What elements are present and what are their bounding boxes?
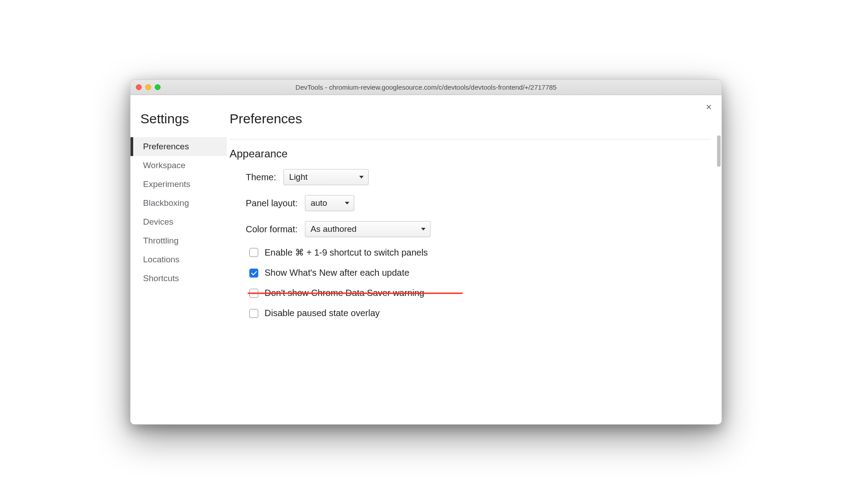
check-label: Enable ⌘ + 1-9 shortcut to switch panels <box>265 247 428 258</box>
sidebar: Settings Preferences Workspace Experimen… <box>130 95 227 424</box>
sidebar-item-experiments[interactable]: Experiments <box>130 175 227 194</box>
sidebar-item-blackboxing[interactable]: Blackboxing <box>130 194 227 213</box>
color-format-select[interactable]: As authored <box>305 221 430 237</box>
color-format-label: Color format: <box>246 224 298 235</box>
checkbox-checked-icon[interactable] <box>249 269 258 278</box>
color-format-value: As authored <box>311 224 356 234</box>
minimize-window[interactable] <box>145 84 151 90</box>
panel-layout-select[interactable]: auto <box>305 195 354 211</box>
window: DevTools - chromium-review.googlesource.… <box>130 79 722 425</box>
close-window[interactable] <box>136 84 142 90</box>
titlebar: DevTools - chromium-review.googlesource.… <box>130 80 722 95</box>
zoom-window[interactable] <box>155 84 161 90</box>
check-enable-shortcut[interactable]: Enable ⌘ + 1-9 shortcut to switch panels <box>249 247 711 258</box>
check-label: Show What's New after each update <box>265 268 409 278</box>
theme-select[interactable]: Light <box>283 169 369 185</box>
content: Settings Preferences Workspace Experimen… <box>130 95 722 424</box>
check-data-saver[interactable]: Don't show Chrome Data Saver warning <box>249 288 711 298</box>
chevron-down-icon <box>345 202 349 204</box>
page-title: Preferences <box>230 111 711 126</box>
row-theme: Theme: Light <box>246 169 711 185</box>
panel-layout-value: auto <box>311 198 327 208</box>
close-icon[interactable]: × <box>706 101 712 113</box>
chevron-down-icon <box>421 228 426 230</box>
row-panel-layout: Panel layout: auto <box>246 195 711 211</box>
window-title: DevTools - chromium-review.googlesource.… <box>130 83 722 91</box>
checkbox-icon[interactable] <box>249 248 258 257</box>
panel-layout-label: Panel layout: <box>246 198 298 209</box>
strikethrough-annotation <box>248 292 463 294</box>
sidebar-item-locations[interactable]: Locations <box>130 250 227 269</box>
sidebar-title: Settings <box>140 111 227 126</box>
divider <box>230 139 711 139</box>
check-label: Disable paused state overlay <box>265 308 380 318</box>
main: × Preferences Appearance Theme: Light Pa… <box>227 95 722 424</box>
sidebar-item-devices[interactable]: Devices <box>130 213 227 231</box>
row-color-format: Color format: As authored <box>246 221 711 237</box>
theme-label: Theme: <box>246 172 276 182</box>
sidebar-item-preferences[interactable]: Preferences <box>130 137 227 156</box>
theme-value: Light <box>289 172 308 182</box>
checkbox-icon[interactable] <box>249 309 258 318</box>
traffic-lights <box>136 84 161 90</box>
sidebar-item-throttling[interactable]: Throttling <box>130 231 227 250</box>
chevron-down-icon <box>359 176 364 178</box>
sidebar-item-shortcuts[interactable]: Shortcuts <box>130 269 227 288</box>
sidebar-item-workspace[interactable]: Workspace <box>130 156 227 175</box>
check-disable-overlay[interactable]: Disable paused state overlay <box>249 308 711 318</box>
check-whats-new[interactable]: Show What's New after each update <box>249 268 711 278</box>
section-appearance: Appearance <box>230 148 711 160</box>
scrollbar-thumb[interactable] <box>717 135 721 167</box>
